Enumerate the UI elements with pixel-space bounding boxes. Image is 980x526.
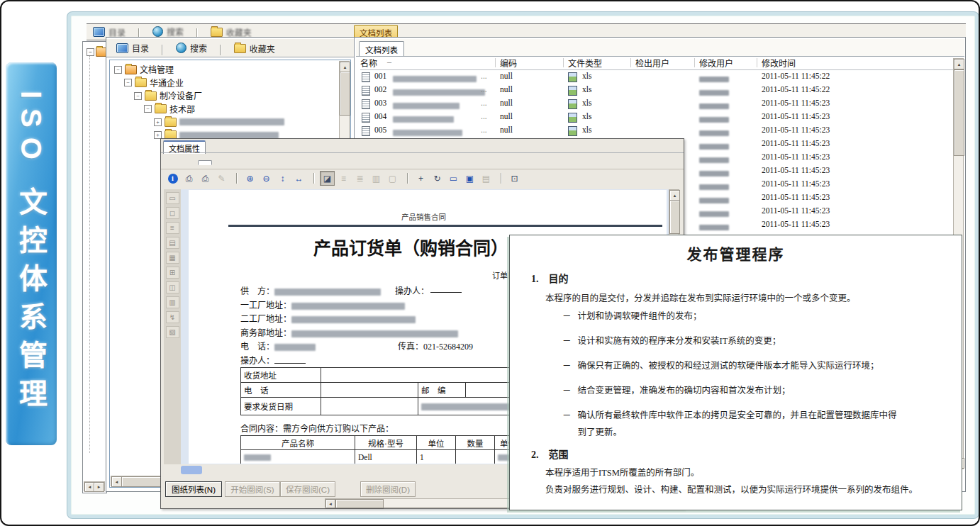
side-tool-icon[interactable]: ↯: [166, 311, 179, 323]
scrollbar-thumb[interactable]: [954, 69, 964, 156]
expand-toggle[interactable]: −: [144, 105, 152, 113]
xls-file-icon: [568, 86, 577, 96]
info-icon[interactable]: i: [165, 171, 180, 186]
product-table: 产品名称 规格·型号 单位 数量 单价（元 Dell1 A202: [240, 435, 538, 464]
properties-tab[interactable]: [248, 161, 261, 164]
side-tool-icon[interactable]: ▧: [166, 326, 179, 338]
name-ellipsis: ...: [481, 112, 487, 121]
directory-icon: [116, 43, 128, 53]
zoom-in-icon[interactable]: ⊕: [243, 171, 257, 186]
side-tool-icon[interactable]: ◫: [166, 281, 179, 293]
viewer-toolbar: i ⎙ ⎙ ✎ ⊕ ⊖ ↕ ↔ ◪ ≡ ≣ ▥ ▢ + ↻ ▭ ▣ ▤ ⊡: [165, 171, 523, 186]
expand-toggle[interactable]: −: [134, 92, 142, 100]
side-tool-icon[interactable]: ◻: [166, 207, 179, 219]
properties-tab[interactable]: [198, 160, 212, 165]
redacted-user: [699, 225, 729, 230]
folder-icon: [145, 91, 157, 101]
sheet-list-button[interactable]: 图纸列表(N): [165, 481, 222, 497]
release-bullet: －计划和协调软硬件组件的发布；: [562, 308, 897, 325]
layers-icon: ▥: [369, 171, 384, 186]
scroll-up-button[interactable]: ▴: [954, 59, 964, 69]
tree-node-redacted[interactable]: +: [154, 116, 284, 129]
table-row[interactable]: 002 ... null xls 2011-05-11 11:45:22: [360, 84, 953, 97]
side-tool-icon[interactable]: ▭: [166, 192, 179, 204]
select-tool-icon[interactable]: ◪: [320, 171, 335, 186]
column-header-checkout-user[interactable]: 检出用户: [635, 57, 669, 69]
scroll-right-button[interactable]: ▸: [94, 482, 104, 492]
tree-node-tech-dept[interactable]: −技术部: [144, 103, 284, 116]
rotate-icon[interactable]: ↻: [430, 171, 445, 186]
tree-node-doc-management[interactable]: −文档管理: [114, 63, 284, 77]
header-separator: [495, 58, 496, 67]
properties-tab[interactable]: [165, 161, 178, 164]
pan-icon[interactable]: +: [413, 171, 428, 186]
table-row[interactable]: 003 ... null xls 2011-05-11 11:45:23: [360, 97, 953, 111]
modify-time: 2011-05-11 11:45:23: [762, 139, 830, 147]
bullet-dash: －: [562, 308, 572, 325]
fit-width-icon[interactable]: ↔: [291, 171, 306, 186]
text-lines-icon: ≡: [336, 171, 351, 186]
properties-tab[interactable]: [182, 161, 194, 164]
file-type: xls: [582, 125, 591, 134]
side-tool-icon[interactable]: ▤: [166, 237, 179, 249]
expand-toggle[interactable]: −: [124, 79, 132, 86]
side-tool-icon[interactable]: ≡: [166, 222, 179, 234]
properties-tab[interactable]: [216, 161, 228, 164]
save-review-button: 保存圈阅(C): [280, 481, 335, 497]
front-toolbar: 目录 搜索 收藏夹: [106, 39, 354, 57]
scroll-left-button[interactable]: ◂: [325, 499, 335, 508]
side-tool-icon[interactable]: ⊞: [166, 267, 179, 279]
print-icon[interactable]: ⎙: [198, 171, 213, 186]
properties-tab[interactable]: [232, 161, 245, 164]
scroll-up-button[interactable]: ▴: [340, 62, 350, 72]
zoom-out-icon[interactable]: ⊖: [259, 171, 274, 186]
redacted-user: [699, 130, 729, 136]
column-header-name[interactable]: 名称: [360, 57, 377, 69]
redacted-doc-name: [393, 130, 462, 136]
column-header-modify-time[interactable]: 修改时间: [762, 57, 796, 69]
side-tool-icon[interactable]: ▥: [166, 296, 179, 308]
tree-node-company[interactable]: −华通企业: [124, 77, 284, 90]
properties-tab[interactable]: [265, 161, 277, 164]
print-preview-icon[interactable]: ⎙: [182, 171, 196, 186]
screen-icon[interactable]: ⊡: [507, 171, 522, 186]
table-row[interactable]: 001 ... null xls 2011-05-11 11:45:22: [360, 70, 953, 84]
grid-icon: ▤: [479, 171, 494, 186]
front-directory-button[interactable]: 目录: [112, 40, 153, 55]
modify-time: 2011-05-11 11:45:23: [762, 179, 830, 188]
front-doc-list-tab[interactable]: 文档列表: [359, 41, 404, 56]
table-row[interactable]: 005 ... null xls 2011-05-11 11:45:23: [360, 124, 953, 138]
full-view-icon[interactable]: ▣: [462, 171, 477, 186]
expand-toggle[interactable]: −: [87, 48, 94, 56]
release-title: 发布管理程序: [510, 242, 962, 264]
scroll-left-button[interactable]: ◂: [111, 476, 122, 487]
marquee-zoom-icon[interactable]: ▭: [446, 171, 461, 186]
side-tool-icon[interactable]: ▦: [166, 252, 179, 264]
toolbar-separator: [407, 173, 408, 184]
scrollbar-thumb[interactable]: [340, 72, 350, 116]
front-favorites-button[interactable]: 收藏夹: [230, 41, 279, 56]
table-row[interactable]: 004 ... null xls 2011-05-11 11:45:23: [360, 111, 953, 124]
expand-toggle[interactable]: −: [114, 66, 122, 74]
viewer-side-toolbar: ▭ ◻ ≡ ▤ ▦ ⊞ ◫ ▥ ↯ ▧: [164, 189, 182, 464]
redacted-doc-name: [393, 89, 485, 96]
doc-code: null: [500, 125, 513, 134]
modify-time: 2011-05-11 11:45:23: [762, 99, 830, 107]
column-header-code[interactable]: 编码: [500, 57, 517, 69]
front-search-button[interactable]: 搜索: [172, 40, 211, 55]
tree-node-factory[interactable]: −制冷设备厂: [134, 89, 284, 103]
expand-toggle[interactable]: +: [154, 118, 162, 126]
background-tree-hscrollbar[interactable]: ◂ ▸: [84, 481, 105, 491]
scroll-up-button[interactable]: ▴: [669, 190, 680, 201]
fit-height-icon[interactable]: ↕: [275, 171, 290, 186]
column-header-modify-user[interactable]: 修改用户: [699, 57, 733, 69]
redacted-user: [699, 90, 729, 96]
divider: [161, 169, 684, 169]
column-header-filetype[interactable]: 文件类型: [568, 57, 602, 69]
modify-time: 2011-05-11 11:45:23: [762, 112, 830, 121]
scrollbar-thumb[interactable]: [335, 499, 384, 508]
file-type: xls: [582, 112, 591, 121]
scrollbar-thumb[interactable]: [669, 200, 680, 234]
doc-code: null: [500, 85, 513, 94]
order-title: 产品订货单（购销合同）: [313, 234, 508, 259]
